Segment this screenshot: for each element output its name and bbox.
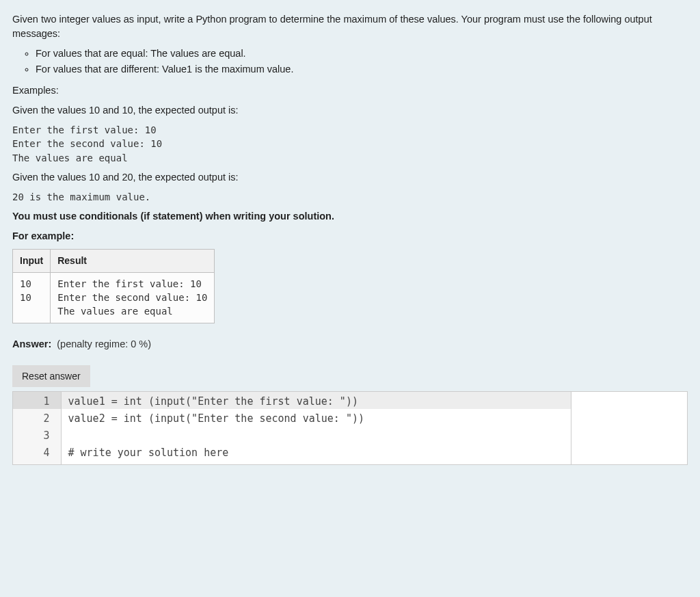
output-messages-list: For values that are equal: The values ar… — [12, 47, 688, 77]
td-input: 10 10 — [13, 272, 51, 323]
bullet-different: For values that are different: Value1 is… — [36, 62, 688, 77]
example2-intro: Given the values 10 and 20, the expected… — [12, 170, 688, 185]
code-editor[interactable]: 1 2 3 4 value1 = int (input("Enter the f… — [12, 391, 688, 465]
example-table: Input Result 10 10 Enter the first value… — [12, 249, 215, 323]
td-result: Enter the first value: 10 Enter the seco… — [51, 272, 215, 323]
bullet-equal: For values that are equal: The values ar… — [36, 47, 688, 61]
reset-answer-button[interactable]: Reset answer — [12, 365, 90, 387]
line-number: 1 — [13, 392, 61, 409]
code-line[interactable]: value2 = int (input("Enter the second va… — [62, 409, 571, 426]
example1-intro: Given the values 10 and 10, the expected… — [12, 103, 688, 118]
prompt-intro: Given two integer values as input, write… — [12, 12, 688, 41]
th-input: Input — [13, 250, 51, 272]
code-line[interactable] — [62, 426, 571, 443]
table-row: 10 10 Enter the first value: 10 Enter th… — [13, 272, 215, 323]
examples-label: Examples: — [12, 83, 688, 98]
code-line[interactable]: # write your solution here — [62, 443, 571, 460]
code-line[interactable]: value1 = int (input("Enter the first val… — [62, 392, 571, 409]
answer-row: Answer: (penalty regime: 0 %) — [12, 337, 688, 351]
line-number: 2 — [13, 409, 61, 426]
answer-label: Answer: — [12, 339, 51, 349]
for-example-label: For example: — [12, 229, 688, 243]
line-number: 3 — [13, 426, 61, 443]
th-result: Result — [51, 250, 215, 272]
constraint-text: You must use conditionals (if statement)… — [12, 209, 688, 224]
line-number: 4 — [13, 443, 61, 460]
example1-output: Enter the first value: 10 Enter the seco… — [12, 123, 688, 165]
answer-meta-value: (penalty regime: 0 %) — [57, 339, 151, 349]
table-header-row: Input Result — [13, 250, 215, 272]
example2-output: 20 is the maximum value. — [12, 190, 688, 204]
